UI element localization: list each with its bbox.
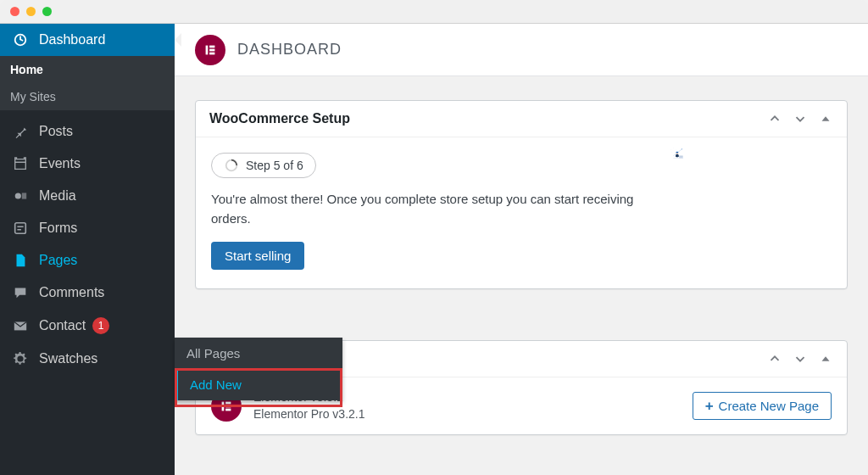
sidebar-item-label: Posts	[39, 124, 73, 139]
page-header: DASHBOARD	[175, 24, 868, 76]
sidebar-item-media[interactable]: Media	[0, 180, 175, 212]
elementor-logo-icon	[195, 35, 225, 65]
window-close-icon[interactable]	[10, 7, 19, 16]
svg-rect-3	[206, 45, 209, 54]
panel-move-down-icon[interactable]	[793, 111, 808, 126]
main-content: DASHBOARD WooCommerce Setup	[175, 24, 868, 475]
media-icon	[10, 188, 31, 204]
sidebar-item-contact[interactable]: Contact 1	[0, 309, 175, 343]
svg-rect-6	[209, 52, 214, 54]
sidebar-item-label: Events	[39, 156, 81, 171]
spinner-icon	[224, 158, 239, 173]
svg-point-0	[15, 193, 21, 198]
svg-rect-4	[209, 45, 214, 48]
svg-rect-22	[222, 401, 225, 411]
pages-flyout-menu: All Pages Add New	[175, 338, 342, 400]
panel-title: WooCommerce Setup	[209, 111, 350, 126]
step-text: Step 5 of 6	[246, 159, 303, 172]
svg-rect-1	[15, 223, 26, 234]
svg-rect-19	[676, 155, 676, 157]
sidebar-item-swatches[interactable]: Swatches	[0, 343, 175, 375]
svg-rect-5	[209, 48, 214, 51]
svg-rect-23	[225, 401, 231, 404]
sidebar-subitem-mysites[interactable]: My Sites	[0, 83, 175, 110]
pages-icon	[10, 253, 31, 268]
admin-sidebar: Dashboard Home My Sites Posts Events Med…	[0, 24, 175, 475]
sidebar-item-label: Media	[39, 188, 76, 204]
svg-rect-25	[225, 408, 231, 411]
sidebar-submenu-dashboard: Home My Sites	[0, 56, 175, 110]
sidebar-item-events[interactable]: Events	[0, 148, 175, 180]
button-label: Create New Page	[719, 399, 819, 413]
browser-titlebar	[0, 0, 868, 24]
svg-marker-10	[676, 149, 677, 150]
comment-icon	[10, 285, 31, 300]
window-minimize-icon[interactable]	[26, 7, 36, 16]
sidebar-item-posts[interactable]: Posts	[0, 115, 175, 148]
start-selling-button[interactable]: Start selling	[211, 242, 304, 270]
window-zoom-icon[interactable]	[42, 7, 52, 16]
page-title: DASHBOARD	[237, 41, 342, 59]
sidebar-item-label: Pages	[39, 253, 77, 268]
pin-icon	[10, 124, 31, 139]
forms-icon	[10, 221, 31, 236]
notification-badge: 1	[92, 317, 109, 334]
svg-rect-20	[678, 155, 679, 157]
gear-icon	[10, 351, 31, 366]
sidebar-subitem-home[interactable]: Home	[0, 56, 175, 83]
dashboard-icon	[10, 32, 31, 48]
create-new-page-button[interactable]: + Create New Page	[693, 392, 832, 420]
mail-icon	[10, 318, 31, 333]
illustration	[669, 146, 838, 280]
flyout-item-all-pages[interactable]: All Pages	[175, 338, 342, 369]
sidebar-item-forms[interactable]: Forms	[0, 212, 175, 244]
svg-point-17	[676, 152, 678, 153]
panel-toggle-icon[interactable]	[818, 351, 833, 366]
panel-move-up-icon[interactable]	[767, 111, 782, 126]
sidebar-item-label: Swatches	[39, 351, 97, 366]
svg-marker-9	[673, 148, 674, 148]
svg-rect-24	[225, 405, 231, 407]
svg-marker-8	[670, 149, 671, 150]
sidebar-item-label: Dashboard	[39, 32, 105, 48]
flyout-item-add-new[interactable]: Add New	[175, 369, 342, 400]
woo-message: You're almost there! Once you complete s…	[211, 190, 669, 228]
sidebar-item-label: Forms	[39, 221, 77, 236]
calendar-icon	[10, 156, 31, 171]
svg-rect-15	[679, 156, 683, 157]
woocommerce-setup-panel: WooCommerce Setup Step 5 of 6 You're	[195, 100, 848, 289]
svg-marker-11	[671, 152, 672, 153]
sidebar-item-comments[interactable]: Comments	[0, 277, 175, 309]
sidebar-item-label: Comments	[39, 285, 104, 300]
sidebar-item-label: Contact	[39, 318, 86, 333]
panel-toggle-icon[interactable]	[818, 111, 833, 126]
plus-icon: +	[705, 399, 714, 413]
panel-move-up-icon[interactable]	[767, 351, 782, 366]
setup-step-pill: Step 5 of 6	[211, 153, 316, 178]
sidebar-item-pages[interactable]: Pages	[0, 244, 175, 277]
sidebar-item-dashboard[interactable]: Dashboard	[0, 24, 175, 56]
panel-move-down-icon[interactable]	[793, 351, 808, 366]
elementor-pro-version: Elementor Pro v3.2.1	[253, 406, 365, 423]
